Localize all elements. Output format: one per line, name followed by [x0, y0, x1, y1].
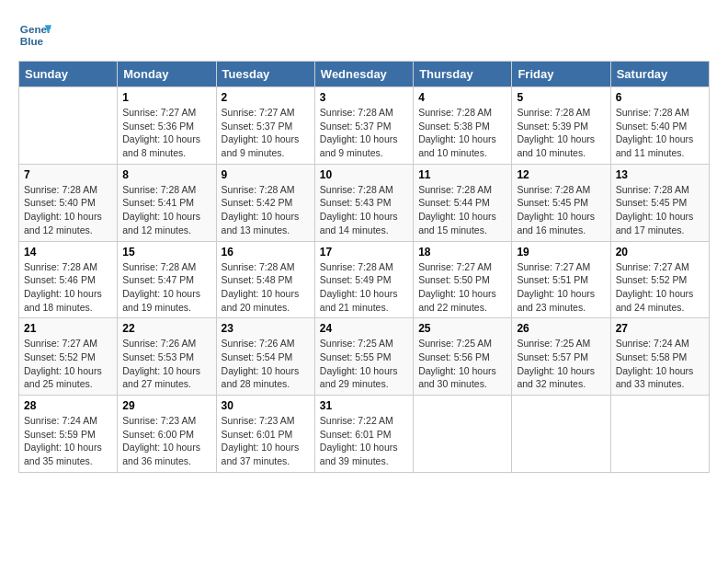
calendar-cell: 31Sunrise: 7:22 AM Sunset: 6:01 PM Dayli… [314, 396, 413, 473]
day-number: 16 [222, 246, 310, 259]
day-info: Sunrise: 7:28 AM Sunset: 5:43 PM Dayligh… [320, 183, 408, 237]
weekday-header-friday: Friday [512, 62, 610, 87]
calendar-cell: 14Sunrise: 7:28 AM Sunset: 5:46 PM Dayli… [19, 241, 118, 318]
day-info: Sunrise: 7:27 AM Sunset: 5:51 PM Dayligh… [517, 260, 605, 315]
calendar-week-2: 7Sunrise: 7:28 AM Sunset: 5:40 PM Daylig… [19, 164, 710, 241]
day-info: Sunrise: 7:28 AM Sunset: 5:39 PM Dayligh… [517, 106, 605, 160]
calendar-cell: 1Sunrise: 7:27 AM Sunset: 5:36 PM Daylig… [118, 87, 216, 165]
calendar-cell: 25Sunrise: 7:25 AM Sunset: 5:56 PM Dayli… [414, 318, 512, 396]
day-number: 14 [24, 246, 112, 259]
day-number: 4 [418, 91, 506, 104]
calendar-cell: 20Sunrise: 7:27 AM Sunset: 5:52 PM Dayli… [610, 241, 709, 318]
day-info: Sunrise: 7:28 AM Sunset: 5:46 PM Dayligh… [24, 260, 112, 315]
calendar-cell: 15Sunrise: 7:28 AM Sunset: 5:47 PM Dayli… [118, 241, 216, 318]
day-number: 2 [222, 91, 310, 104]
svg-text:Blue: Blue [20, 35, 44, 47]
day-info: Sunrise: 7:27 AM Sunset: 5:52 PM Dayligh… [24, 337, 112, 391]
page-header: General Blue [18, 18, 710, 52]
day-number: 13 [616, 168, 704, 181]
day-info: Sunrise: 7:25 AM Sunset: 5:55 PM Dayligh… [320, 337, 408, 391]
day-info: Sunrise: 7:22 AM Sunset: 6:01 PM Dayligh… [320, 414, 408, 468]
day-number: 23 [222, 322, 310, 335]
day-number: 15 [122, 246, 210, 259]
calendar-week-3: 14Sunrise: 7:28 AM Sunset: 5:46 PM Dayli… [19, 241, 710, 318]
weekday-header-row: SundayMondayTuesdayWednesdayThursdayFrid… [19, 62, 710, 87]
calendar-cell: 28Sunrise: 7:24 AM Sunset: 5:59 PM Dayli… [19, 396, 118, 473]
day-number: 30 [222, 399, 310, 412]
day-info: Sunrise: 7:23 AM Sunset: 6:00 PM Dayligh… [122, 414, 210, 468]
day-info: Sunrise: 7:27 AM Sunset: 5:50 PM Dayligh… [418, 260, 506, 315]
calendar-cell: 3Sunrise: 7:28 AM Sunset: 5:37 PM Daylig… [314, 87, 413, 165]
weekday-header-thursday: Thursday [414, 62, 512, 87]
day-info: Sunrise: 7:28 AM Sunset: 5:44 PM Dayligh… [418, 183, 506, 237]
day-number: 6 [616, 91, 704, 104]
day-info: Sunrise: 7:26 AM Sunset: 5:53 PM Dayligh… [122, 337, 210, 391]
day-number: 7 [24, 168, 112, 181]
day-info: Sunrise: 7:28 AM Sunset: 5:47 PM Dayligh… [122, 260, 210, 315]
day-number: 10 [320, 168, 408, 181]
logo: General Blue [18, 18, 55, 52]
day-info: Sunrise: 7:28 AM Sunset: 5:49 PM Dayligh… [320, 260, 408, 315]
calendar-cell [512, 396, 610, 473]
day-number: 8 [122, 168, 210, 181]
calendar-cell: 9Sunrise: 7:28 AM Sunset: 5:42 PM Daylig… [216, 164, 314, 241]
day-info: Sunrise: 7:23 AM Sunset: 6:01 PM Dayligh… [222, 414, 310, 468]
day-info: Sunrise: 7:27 AM Sunset: 5:52 PM Dayligh… [616, 260, 704, 315]
day-number: 12 [517, 168, 605, 181]
calendar-cell: 4Sunrise: 7:28 AM Sunset: 5:38 PM Daylig… [414, 87, 512, 165]
day-info: Sunrise: 7:28 AM Sunset: 5:45 PM Dayligh… [517, 183, 605, 237]
calendar-cell: 2Sunrise: 7:27 AM Sunset: 5:37 PM Daylig… [216, 87, 314, 165]
calendar-cell: 16Sunrise: 7:28 AM Sunset: 5:48 PM Dayli… [216, 241, 314, 318]
calendar-cell: 5Sunrise: 7:28 AM Sunset: 5:39 PM Daylig… [512, 87, 610, 165]
calendar-cell: 12Sunrise: 7:28 AM Sunset: 5:45 PM Dayli… [512, 164, 610, 241]
calendar-body: 1Sunrise: 7:27 AM Sunset: 5:36 PM Daylig… [19, 87, 710, 473]
day-number: 3 [320, 91, 408, 104]
calendar-cell [19, 87, 118, 165]
calendar-cell: 22Sunrise: 7:26 AM Sunset: 5:53 PM Dayli… [118, 318, 216, 396]
day-number: 28 [24, 399, 112, 412]
day-info: Sunrise: 7:28 AM Sunset: 5:48 PM Dayligh… [222, 260, 310, 315]
day-info: Sunrise: 7:28 AM Sunset: 5:41 PM Dayligh… [122, 183, 210, 237]
day-number: 1 [122, 91, 210, 104]
day-info: Sunrise: 7:27 AM Sunset: 5:36 PM Dayligh… [122, 106, 210, 160]
day-number: 24 [320, 322, 408, 335]
day-info: Sunrise: 7:25 AM Sunset: 5:57 PM Dayligh… [517, 337, 605, 391]
day-number: 21 [24, 322, 112, 335]
calendar-cell: 30Sunrise: 7:23 AM Sunset: 6:01 PM Dayli… [216, 396, 314, 473]
calendar-week-5: 28Sunrise: 7:24 AM Sunset: 5:59 PM Dayli… [19, 396, 710, 473]
day-info: Sunrise: 7:28 AM Sunset: 5:45 PM Dayligh… [616, 183, 704, 237]
day-number: 5 [517, 91, 605, 104]
calendar-table: SundayMondayTuesdayWednesdayThursdayFrid… [18, 61, 710, 473]
calendar-cell: 19Sunrise: 7:27 AM Sunset: 5:51 PM Dayli… [512, 241, 610, 318]
day-number: 17 [320, 246, 408, 259]
calendar-cell: 18Sunrise: 7:27 AM Sunset: 5:50 PM Dayli… [414, 241, 512, 318]
day-info: Sunrise: 7:28 AM Sunset: 5:42 PM Dayligh… [222, 183, 310, 237]
weekday-header-sunday: Sunday [19, 62, 118, 87]
day-info: Sunrise: 7:26 AM Sunset: 5:54 PM Dayligh… [222, 337, 310, 391]
weekday-header-saturday: Saturday [610, 62, 709, 87]
day-number: 31 [320, 399, 408, 412]
calendar-cell [414, 396, 512, 473]
calendar-cell: 8Sunrise: 7:28 AM Sunset: 5:41 PM Daylig… [118, 164, 216, 241]
calendar-cell: 27Sunrise: 7:24 AM Sunset: 5:58 PM Dayli… [610, 318, 709, 396]
day-number: 18 [418, 246, 506, 259]
day-number: 11 [418, 168, 506, 181]
day-info: Sunrise: 7:24 AM Sunset: 5:58 PM Dayligh… [616, 337, 704, 391]
day-info: Sunrise: 7:25 AM Sunset: 5:56 PM Dayligh… [418, 337, 506, 391]
day-info: Sunrise: 7:27 AM Sunset: 5:37 PM Dayligh… [222, 106, 310, 160]
day-info: Sunrise: 7:28 AM Sunset: 5:40 PM Dayligh… [616, 106, 704, 160]
day-number: 29 [122, 399, 210, 412]
weekday-header-tuesday: Tuesday [216, 62, 314, 87]
day-number: 9 [222, 168, 310, 181]
calendar-week-4: 21Sunrise: 7:27 AM Sunset: 5:52 PM Dayli… [19, 318, 710, 396]
calendar-cell: 17Sunrise: 7:28 AM Sunset: 5:49 PM Dayli… [314, 241, 413, 318]
logo-icon: General Blue [18, 18, 51, 52]
calendar-cell: 26Sunrise: 7:25 AM Sunset: 5:57 PM Dayli… [512, 318, 610, 396]
calendar-cell: 11Sunrise: 7:28 AM Sunset: 5:44 PM Dayli… [414, 164, 512, 241]
calendar-cell: 29Sunrise: 7:23 AM Sunset: 6:00 PM Dayli… [118, 396, 216, 473]
day-number: 27 [616, 322, 704, 335]
calendar-week-1: 1Sunrise: 7:27 AM Sunset: 5:36 PM Daylig… [19, 87, 710, 165]
day-info: Sunrise: 7:28 AM Sunset: 5:37 PM Dayligh… [320, 106, 408, 160]
day-number: 20 [616, 246, 704, 259]
day-info: Sunrise: 7:28 AM Sunset: 5:38 PM Dayligh… [418, 106, 506, 160]
